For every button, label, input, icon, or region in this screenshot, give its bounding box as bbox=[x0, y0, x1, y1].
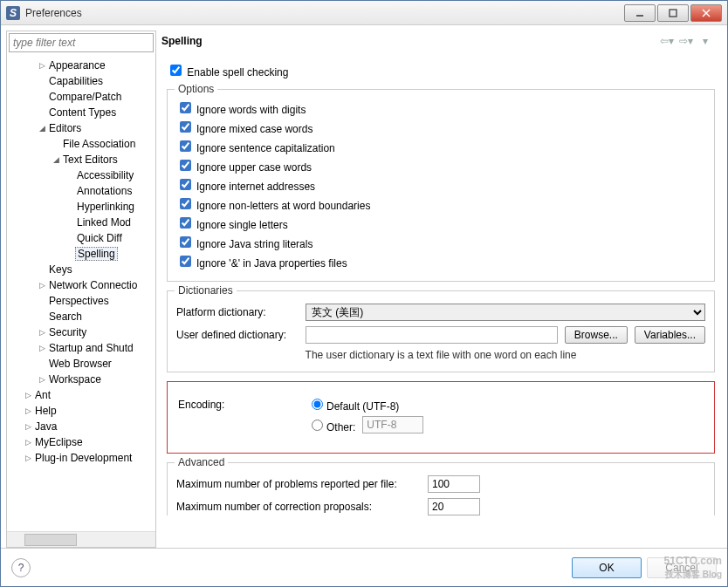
tree-item-ant[interactable]: ▷Ant bbox=[7, 387, 155, 403]
options-legend: Options bbox=[175, 83, 217, 95]
dictionaries-legend: Dictionaries bbox=[175, 284, 237, 297]
max-proposals-input[interactable] bbox=[428, 498, 480, 515]
max-proposals-label: Maximum number of correction proposals: bbox=[176, 501, 421, 513]
encoding-default-radio[interactable]: Default (UTF-8) bbox=[307, 396, 399, 413]
window-title: Preferences bbox=[25, 7, 624, 19]
option-ignore-java-string[interactable]: Ignore Java string literals bbox=[176, 238, 312, 250]
tree-item-accessibility[interactable]: Accessibility bbox=[7, 167, 155, 183]
svg-rect-1 bbox=[670, 10, 676, 17]
tree-item-search[interactable]: Search bbox=[7, 309, 155, 324]
option-ignore-sentence-cap[interactable]: Ignore sentence capitalization bbox=[176, 142, 335, 154]
option-ignore-non-letters[interactable]: Ignore non-letters at word boundaries bbox=[176, 200, 370, 212]
tree-item-java[interactable]: ▷Java bbox=[7, 419, 155, 434]
filter-input[interactable] bbox=[9, 33, 154, 52]
tree-item-linked-mode[interactable]: Linked Mod bbox=[7, 215, 155, 230]
close-button[interactable] bbox=[690, 4, 722, 22]
tree[interactable]: ▷Appearance Capabilities Compare/Patch C… bbox=[7, 54, 155, 531]
nav-forward-icon[interactable]: ⇨▾ bbox=[678, 34, 694, 48]
tree-item-spelling[interactable]: Spelling bbox=[7, 246, 155, 262]
platform-dict-select[interactable]: 英文 (美国) bbox=[306, 304, 705, 321]
titlebar[interactable]: S Preferences bbox=[1, 1, 727, 25]
tree-item-network[interactable]: ▷Network Connectio bbox=[7, 277, 155, 293]
menu-dropdown-icon[interactable]: ▾ bbox=[697, 34, 713, 48]
tree-item-help[interactable]: ▷Help bbox=[7, 403, 155, 419]
minimize-button[interactable] bbox=[624, 4, 656, 22]
max-problems-label: Maximum number of problems reported per … bbox=[176, 478, 421, 490]
advanced-group: Advanced Maximum number of problems repo… bbox=[167, 462, 715, 515]
tree-item-quick-diff[interactable]: Quick Diff bbox=[7, 230, 155, 246]
tree-item-annotations[interactable]: Annotations bbox=[7, 183, 155, 199]
horizontal-scrollbar[interactable] bbox=[7, 531, 155, 547]
option-ignore-ampersand[interactable]: Ignore '&' in Java properties files bbox=[176, 257, 347, 270]
ok-button[interactable]: OK bbox=[572, 557, 642, 578]
help-icon[interactable]: ? bbox=[11, 558, 31, 577]
option-ignore-digits[interactable]: Ignore words with digits bbox=[176, 104, 306, 116]
sidebar: ▷Appearance Capabilities Compare/Patch C… bbox=[6, 31, 156, 548]
user-dict-label: User defined dictionary: bbox=[176, 329, 299, 341]
tree-item-editors[interactable]: ◢Editors bbox=[7, 120, 155, 136]
tree-item-security[interactable]: ▷Security bbox=[7, 324, 155, 340]
main-panel: Spelling ⇦▾ ⇨▾ ▾ Enable spell checking O… bbox=[160, 31, 724, 548]
tree-item-myeclipse[interactable]: ▷MyEclipse bbox=[7, 434, 155, 450]
app-icon: S bbox=[6, 6, 20, 20]
advanced-legend: Advanced bbox=[175, 456, 228, 468]
tree-item-text-editors[interactable]: ◢Text Editors bbox=[7, 152, 155, 167]
option-ignore-mixed-case[interactable]: Ignore mixed case words bbox=[176, 123, 312, 135]
tree-item-capabilities[interactable]: Capabilities bbox=[7, 73, 155, 89]
option-ignore-single-letters[interactable]: Ignore single letters bbox=[176, 219, 288, 231]
browse-button[interactable]: Browse... bbox=[565, 326, 628, 344]
page-title: Spelling bbox=[161, 35, 659, 47]
nav-back-icon[interactable]: ⇦▾ bbox=[659, 34, 675, 48]
tree-item-compare[interactable]: Compare/Patch bbox=[7, 89, 155, 105]
user-dict-input[interactable] bbox=[306, 326, 558, 344]
preferences-window: S Preferences ▷Appearance Capabilities C… bbox=[0, 0, 728, 587]
tree-item-perspectives[interactable]: Perspectives bbox=[7, 293, 155, 309]
option-ignore-internet[interactable]: Ignore internet addresses bbox=[176, 181, 315, 193]
tree-item-workspace[interactable]: ▷Workspace bbox=[7, 372, 155, 387]
tree-item-keys[interactable]: Keys bbox=[7, 262, 155, 277]
tree-item-content-types[interactable]: Content Types bbox=[7, 105, 155, 120]
tree-item-startup[interactable]: ▷Startup and Shutd bbox=[7, 340, 155, 356]
tree-item-hyperlinking[interactable]: Hyperlinking bbox=[7, 199, 155, 215]
options-group: Options Ignore words with digits Ignore … bbox=[167, 89, 715, 282]
encoding-label: Encoding: bbox=[178, 399, 300, 411]
tree-item-web-browser[interactable]: Web Browser bbox=[7, 356, 155, 372]
encoding-group: Encoding: Default (UTF-8) Other: bbox=[167, 381, 715, 454]
user-dict-hint: The user dictionary is a text file with … bbox=[176, 349, 705, 361]
tree-item-file-assoc[interactable]: File Association bbox=[7, 136, 155, 152]
variables-button[interactable]: Variables... bbox=[635, 326, 705, 344]
max-problems-input[interactable] bbox=[428, 475, 480, 493]
footer: ? OK Cancel bbox=[1, 548, 727, 586]
maximize-button[interactable] bbox=[657, 4, 689, 22]
option-ignore-upper-case[interactable]: Ignore upper case words bbox=[176, 161, 312, 174]
enable-spell-checking-checkbox[interactable]: Enable spell checking bbox=[167, 66, 288, 78]
platform-dict-label: Platform dictionary: bbox=[176, 306, 299, 318]
encoding-other-radio[interactable]: Other: bbox=[307, 417, 355, 433]
encoding-other-combo[interactable] bbox=[362, 416, 423, 433]
tree-item-plugin-dev[interactable]: ▷Plug-in Development bbox=[7, 450, 155, 466]
cancel-button[interactable]: Cancel bbox=[647, 557, 717, 578]
tree-item-appearance[interactable]: ▷Appearance bbox=[7, 58, 155, 73]
dictionaries-group: Dictionaries Platform dictionary: 英文 (美国… bbox=[167, 290, 715, 372]
